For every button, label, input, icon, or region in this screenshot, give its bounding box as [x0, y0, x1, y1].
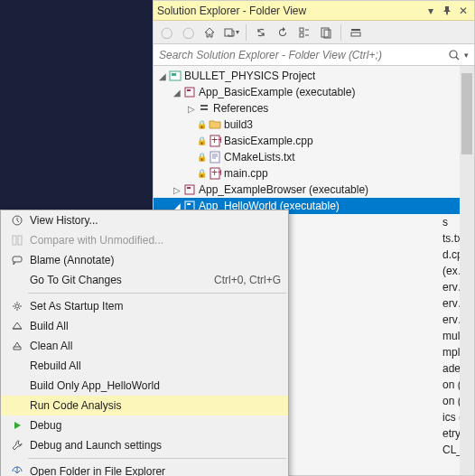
properties-icon[interactable]: [347, 23, 365, 42]
menu-clean-all[interactable]: Clean All: [1, 336, 288, 356]
panel-titlebar: Solution Explorer - Folder View ▾ ✕: [154, 1, 474, 21]
compare-icon: [8, 234, 26, 247]
lock-icon: 🔒: [197, 169, 206, 178]
project-icon: [168, 69, 182, 83]
back-icon[interactable]: ◯: [157, 23, 175, 42]
menu-separator: [28, 458, 286, 459]
tree-node-project[interactable]: ◢ BULLET_PHYSICS Project: [154, 68, 474, 84]
svg-rect-9: [172, 73, 176, 76]
svg-text:++: ++: [211, 135, 221, 146]
svg-rect-11: [187, 89, 191, 91]
switch-views-icon[interactable]: ▾: [222, 23, 240, 42]
svg-rect-2: [300, 33, 303, 37]
panel-title: Solution Explorer - Folder View: [157, 5, 422, 17]
tree-node[interactable]: ▷ References: [154, 100, 474, 117]
svg-rect-1: [300, 28, 303, 32]
cpp-file-icon: ++: [208, 134, 222, 148]
svg-rect-13: [200, 108, 208, 110]
svg-rect-6: [351, 33, 360, 36]
expander-icon[interactable]: ▷: [186, 104, 197, 114]
build-icon: [8, 320, 26, 332]
svg-point-27: [15, 304, 19, 308]
wrench-icon: [8, 439, 26, 452]
svg-rect-19: [185, 185, 194, 194]
svg-rect-16: [210, 152, 219, 163]
refresh-icon[interactable]: [274, 23, 292, 42]
menu-set-startup[interactable]: Set As Startup Item: [1, 296, 288, 316]
scrollbar[interactable]: [460, 66, 474, 475]
menu-run-analysis[interactable]: Run Code Analysis: [1, 396, 288, 415]
svg-text:++: ++: [211, 167, 221, 179]
menu-debug[interactable]: Debug: [1, 415, 288, 435]
svg-rect-12: [200, 105, 208, 107]
cpp-file-icon: ++: [208, 166, 222, 181]
svg-rect-25: [18, 236, 22, 245]
toolbar-separator: [246, 24, 247, 41]
play-icon: [8, 419, 26, 432]
lock-icon: 🔒: [197, 136, 206, 145]
folder-icon: [208, 117, 222, 132]
expander-icon[interactable]: ◢: [172, 88, 182, 98]
executable-icon: [182, 85, 197, 99]
menu-view-history[interactable]: View History...: [1, 210, 288, 230]
history-icon: [8, 214, 26, 227]
svg-rect-26: [13, 257, 22, 262]
toolbar-separator: [340, 24, 341, 41]
show-all-icon[interactable]: [317, 23, 335, 42]
search-input[interactable]: [159, 49, 448, 61]
tree-node[interactable]: ◢ App_BasicExample (executable): [154, 84, 474, 100]
menu-separator: [28, 293, 286, 294]
svg-rect-5: [351, 29, 360, 31]
menu-debug-settings[interactable]: Debug and Launch settings: [1, 435, 288, 455]
open-folder-icon: [8, 465, 26, 476]
lock-icon: 🔒: [197, 120, 206, 129]
accelerator: Ctrl+0, Ctrl+G: [214, 274, 281, 286]
menu-open-folder[interactable]: Open Folder in File Explorer: [1, 462, 288, 476]
chevron-down-icon[interactable]: ▾: [464, 51, 469, 60]
tree-node[interactable]: 🔒 CMakeLists.txt: [154, 149, 474, 165]
svg-rect-10: [185, 88, 194, 97]
pin-icon[interactable]: [440, 4, 454, 18]
text-file-icon: [208, 150, 222, 164]
search-bar[interactable]: ▾: [154, 44, 474, 66]
menu-go-git[interactable]: Go To Git Changes Ctrl+0, Ctrl+G: [1, 270, 288, 290]
expander-icon[interactable]: ◢: [157, 71, 168, 81]
collapse-icon[interactable]: [295, 23, 313, 42]
lock-icon: 🔒: [197, 153, 206, 162]
close-icon[interactable]: ✕: [456, 4, 470, 18]
svg-rect-20: [187, 187, 191, 189]
references-icon: [197, 101, 211, 116]
dropdown-icon[interactable]: ▾: [424, 4, 438, 18]
expander-icon[interactable]: ▷: [172, 185, 182, 195]
executable-icon: [182, 182, 197, 197]
toolbar: ◯ ◯ ▾: [154, 21, 474, 44]
context-menu: View History... Compare with Unmodified.…: [0, 210, 289, 476]
forward-icon[interactable]: ◯: [179, 23, 197, 42]
gear-icon: [8, 300, 26, 313]
svg-point-7: [450, 51, 457, 58]
menu-blame[interactable]: Blame (Annotate): [1, 250, 288, 270]
tree-node[interactable]: 🔒 ++ BasicExample.cpp: [154, 133, 474, 149]
menu-rebuild-all[interactable]: Rebuild All: [1, 356, 288, 376]
home-icon[interactable]: [200, 23, 219, 42]
clean-icon: [8, 340, 26, 352]
search-icon[interactable]: [448, 49, 461, 61]
tree-node[interactable]: 🔒 ++ main.cpp: [154, 165, 474, 182]
svg-rect-22: [187, 203, 191, 205]
tree-node[interactable]: 🔒 build3: [154, 117, 474, 133]
svg-rect-24: [13, 236, 16, 245]
scrollbar-thumb[interactable]: [461, 73, 472, 154]
menu-build-only[interactable]: Build Only App_HelloWorld: [1, 376, 288, 396]
sync-icon[interactable]: [252, 23, 270, 42]
menu-compare: Compare with Unmodified...: [1, 230, 288, 250]
menu-build-all[interactable]: Build All: [1, 316, 288, 336]
tree-node[interactable]: ▷ App_ExampleBrowser (executable): [154, 182, 474, 198]
blame-icon: [8, 254, 26, 266]
